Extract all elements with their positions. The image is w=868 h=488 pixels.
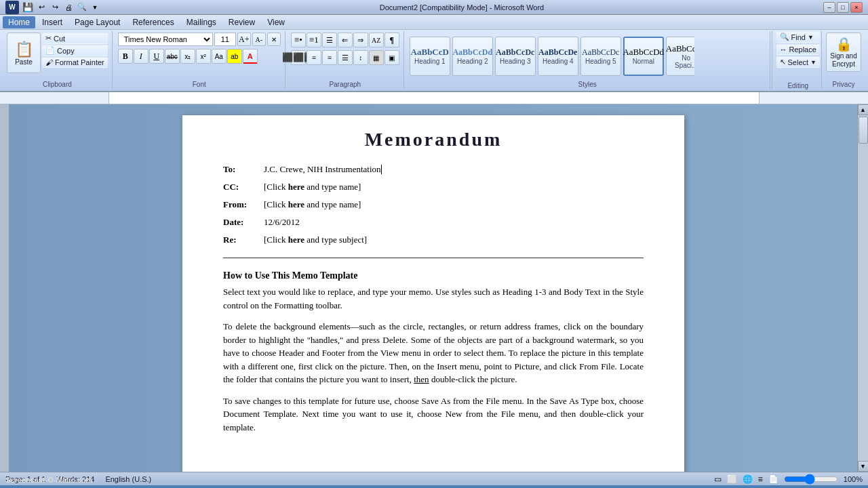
print-preview-qa-button[interactable]: 🔍 bbox=[76, 1, 88, 14]
sort-button[interactable]: AZ bbox=[369, 33, 384, 47]
heading1-style-button[interactable]: AaBbCcD Heading 1 bbox=[410, 37, 450, 76]
superscript-button[interactable]: x² bbox=[196, 49, 211, 64]
re-here[interactable]: here bbox=[288, 235, 304, 245]
right-scrollbar: ▲ ▼ bbox=[857, 104, 868, 472]
paragraph-controls: ≡• ≡1 ☰ ⇐ ⇒ AZ ¶ ⬛⬛⬛ ≡ ≡ ☰ ↕ ▦ ▣ bbox=[291, 33, 399, 66]
font-size-input[interactable] bbox=[214, 33, 236, 46]
restore-button[interactable]: □ bbox=[837, 2, 849, 13]
find-button[interactable]: 🔍 Find ▼ bbox=[776, 31, 821, 43]
menu-item-review[interactable]: Review bbox=[223, 16, 260, 28]
print-qa-button[interactable]: 🖨 bbox=[62, 1, 75, 14]
heading5-preview: AaBbCcDc bbox=[582, 47, 619, 58]
memo-re-row: Re: [Click here and type subject] bbox=[223, 235, 644, 245]
memo-to-row: To: J.C. Crewe, NIH Instrumentation bbox=[223, 164, 644, 175]
heading4-style-button[interactable]: AaBbCcDe Heading 4 bbox=[538, 37, 578, 76]
status-right: ▭ ⬜ 🌐 ≡ 📄 100% bbox=[714, 474, 863, 484]
font-size-decrease-button[interactable]: A- bbox=[252, 33, 266, 46]
justify-button[interactable]: ☰ bbox=[338, 50, 353, 65]
border-button[interactable]: ▣ bbox=[384, 50, 399, 65]
memo-body-1: Select text you would like to replace, a… bbox=[223, 285, 644, 312]
full-screen-button[interactable]: ⬜ bbox=[727, 474, 737, 484]
outline-button[interactable]: ≡ bbox=[758, 474, 763, 484]
font-size-increase-button[interactable]: A+ bbox=[237, 33, 251, 46]
heading2-style-button[interactable]: AaBbCcDd Heading 2 bbox=[452, 37, 493, 76]
zoom-level: 100% bbox=[844, 475, 863, 483]
cut-button[interactable]: ✂ Cut bbox=[42, 33, 108, 44]
font-formatting-row: B I U abc x₂ x² Aa ab A bbox=[118, 49, 281, 64]
decrease-indent-button[interactable]: ⇐ bbox=[338, 33, 353, 47]
text-cursor bbox=[381, 165, 382, 174]
line-spacing-button[interactable]: ↕ bbox=[353, 50, 368, 65]
menu-item-home[interactable]: Home bbox=[3, 16, 35, 28]
heading3-style-button[interactable]: AaBbCcDc Heading 3 bbox=[495, 37, 536, 76]
redo-qa-button[interactable]: ↪ bbox=[49, 1, 61, 14]
minimize-button[interactable]: – bbox=[823, 2, 835, 13]
save-qa-button[interactable]: 💾 bbox=[22, 1, 34, 14]
paste-label: Paste bbox=[15, 58, 33, 66]
zoom-slider[interactable] bbox=[784, 475, 838, 483]
sign-encrypt-button[interactable]: 🔒 Sign andEncrypt bbox=[826, 33, 861, 72]
menu-item-view[interactable]: View bbox=[262, 16, 290, 28]
increase-indent-button[interactable]: ⇒ bbox=[353, 33, 368, 47]
text-color-button[interactable]: A bbox=[243, 49, 258, 64]
styles-scroll: AaBbCcD Heading 1 AaBbCcDd Heading 2 AaB… bbox=[410, 33, 694, 79]
change-case-button[interactable]: Aa bbox=[212, 49, 226, 64]
scroll-up-arrow[interactable]: ▲ bbox=[858, 104, 869, 115]
paragraph-group-label: Paragraph bbox=[291, 79, 399, 88]
cc-here[interactable]: here bbox=[288, 182, 304, 192]
italic-button[interactable]: I bbox=[134, 49, 149, 64]
copy-icon: 📄 bbox=[45, 46, 55, 55]
memo-section-heading: How to Use This Memo Template bbox=[223, 270, 644, 281]
align-left-button[interactable]: ⬛⬛⬛ bbox=[291, 50, 306, 65]
format-painter-button[interactable]: 🖌 Format Painter bbox=[42, 57, 108, 68]
shading-button[interactable]: ▦ bbox=[369, 50, 384, 65]
draft-button[interactable]: 📄 bbox=[768, 474, 778, 484]
list-buttons-row: ≡• ≡1 ☰ ⇐ ⇒ AZ ¶ bbox=[291, 33, 399, 47]
menu-item-mailings[interactable]: Mailings bbox=[181, 16, 222, 28]
menu-item-page-layout[interactable]: Page Layout bbox=[69, 16, 125, 28]
heading5-style-button[interactable]: AaBbCcDc Heading 5 bbox=[580, 37, 621, 76]
no-spacing-style-button[interactable]: AaBbCcDc No Spaci... bbox=[666, 37, 694, 76]
undo-qa-button[interactable]: ↩ bbox=[35, 1, 47, 14]
from-label: From: bbox=[223, 199, 264, 210]
replace-button[interactable]: ↔ Replace bbox=[776, 44, 821, 55]
cc-label: CC: bbox=[223, 182, 264, 192]
align-center-button[interactable]: ≡ bbox=[307, 50, 321, 65]
paste-button[interactable]: 📋 Paste bbox=[7, 33, 41, 73]
strikethrough-button[interactable]: abc bbox=[165, 49, 180, 64]
heading5-label: Heading 5 bbox=[585, 58, 616, 65]
scroll-thumb[interactable] bbox=[859, 117, 868, 144]
show-formatting-button[interactable]: ¶ bbox=[384, 33, 399, 47]
underline-button[interactable]: U bbox=[149, 49, 164, 64]
date-value: 12/6/2012 bbox=[264, 217, 644, 228]
bold-button[interactable]: B bbox=[118, 49, 133, 64]
scroll-track[interactable] bbox=[858, 115, 868, 461]
highlight-button[interactable]: ab bbox=[227, 49, 242, 64]
font-family-select[interactable]: Times New Roman bbox=[118, 33, 213, 46]
copy-button[interactable]: 📄 Copy bbox=[42, 45, 108, 56]
heading2-label: Heading 2 bbox=[457, 58, 488, 65]
menu-item-insert[interactable]: Insert bbox=[37, 16, 68, 28]
align-right-button[interactable]: ≡ bbox=[322, 50, 337, 65]
date-label: Date: bbox=[223, 217, 264, 228]
subscript-button[interactable]: x₂ bbox=[180, 49, 195, 64]
from-here[interactable]: here bbox=[288, 199, 304, 209]
document-area: Memorandum To: J.C. Crewe, NIH Instrumen… bbox=[0, 104, 868, 472]
align-buttons-row: ⬛⬛⬛ ≡ ≡ ☰ ↕ ▦ ▣ bbox=[291, 50, 399, 65]
replace-icon: ↔ bbox=[780, 45, 787, 54]
print-layout-button[interactable]: ▭ bbox=[714, 474, 722, 484]
bullet-list-button[interactable]: ≡• bbox=[291, 33, 306, 47]
web-layout-button[interactable]: 🌐 bbox=[743, 474, 753, 484]
menu-item-references[interactable]: References bbox=[127, 16, 179, 28]
number-list-button[interactable]: ≡1 bbox=[307, 33, 321, 47]
scroll-down-arrow[interactable]: ▼ bbox=[858, 461, 869, 472]
title-bar: W 💾 ↩ ↪ 🖨 🔍 ▼ Document2 [Compatibility M… bbox=[0, 0, 868, 15]
clear-format-button[interactable]: ✕ bbox=[267, 33, 281, 46]
window-title: Document2 [Compatibility Mode] - Microso… bbox=[100, 3, 823, 12]
select-button[interactable]: ↖ Select ▼ bbox=[776, 56, 821, 68]
styles-group: AaBbCcD Heading 1 AaBbCcDd Heading 2 AaB… bbox=[406, 31, 770, 89]
multilevel-list-button[interactable]: ☰ bbox=[322, 33, 337, 47]
close-button[interactable]: × bbox=[850, 2, 863, 13]
normal-style-button[interactable]: AaBbCcDd Normal bbox=[623, 37, 664, 76]
customize-qa-button[interactable]: ▼ bbox=[90, 1, 100, 14]
